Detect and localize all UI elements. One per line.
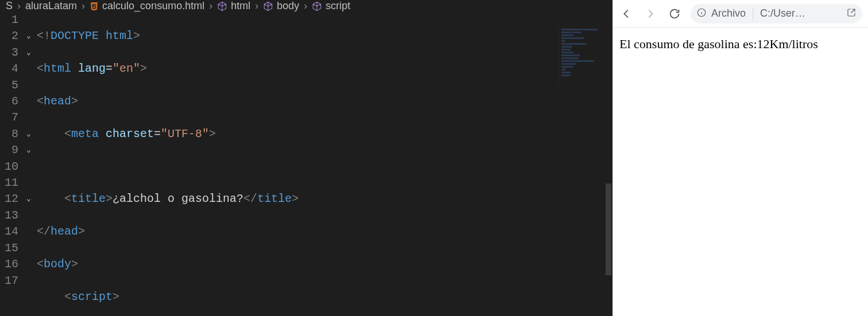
minimap[interactable] [559, 28, 600, 85]
t: html [44, 62, 71, 75]
breadcrumb-sep: › [17, 0, 21, 12]
page-body-text: El consumo de gasolina es:12Km/litros [619, 37, 818, 51]
site-info-icon[interactable] [696, 7, 707, 20]
code-line[interactable]: <head> [34, 93, 613, 110]
symbol-icon [217, 1, 227, 11]
t: "UTF-8" [161, 127, 209, 141]
code-line[interactable]: <script> [34, 289, 613, 305]
line-number-gutter[interactable]: 1 2 3 4 5 6 7 8 9 10 11 12 13 14 15 16 1… [0, 12, 23, 316]
t: < [64, 290, 71, 303]
symbol-icon [312, 1, 322, 11]
code-line[interactable]: <body> [34, 256, 613, 272]
code-area[interactable]: <!DOCTYPE html> <html lang="en"> <head> … [34, 12, 613, 316]
t: "en" [113, 62, 140, 75]
breadcrumb-label: body [277, 0, 299, 12]
line-number: 10 [0, 159, 18, 175]
browser-pane: Archivo C:/User… El consumo de gasolina … [613, 0, 868, 316]
t: > [292, 192, 299, 205]
line-number: 3 [0, 45, 18, 61]
code-line[interactable]: <html lang="en"> [34, 61, 613, 77]
breadcrumb-sep: › [255, 0, 258, 12]
vscode-editor-pane: S › aluraLatam › calculo_consumo.html › … [0, 0, 613, 316]
t: > [140, 62, 147, 75]
t: < [64, 127, 71, 141]
fold-toggle[interactable]: ⌄ [23, 28, 34, 44]
breadcrumb-symbol-script[interactable]: script [312, 0, 350, 12]
fold-toggle[interactable]: ⌄ [23, 126, 34, 142]
breadcrumb-symbol-body[interactable]: body [263, 0, 299, 12]
breadcrumb-label: script [326, 0, 350, 12]
breadcrumb-sep: › [209, 0, 212, 12]
t: DOCTYPE [51, 29, 99, 42]
line-number: 7 [0, 110, 18, 126]
t: > [71, 95, 78, 108]
fold-none [23, 175, 34, 191]
line-number: 14 [0, 224, 18, 240]
fold-gutter[interactable]: ⌄ ⌄ ⌄ ⌄ ⌄ [23, 12, 34, 316]
breadcrumb-root[interactable]: S [6, 0, 13, 12]
nav-back-button[interactable] [618, 6, 634, 22]
address-bar[interactable]: Archivo C:/User… [691, 4, 862, 24]
t: < [37, 62, 44, 75]
t: html [106, 29, 133, 42]
html-file-icon [90, 2, 99, 11]
fold-none [23, 93, 34, 110]
breadcrumb-sep: › [304, 0, 307, 12]
t: > [133, 29, 140, 42]
line-number: 1 [0, 12, 18, 28]
breadcrumb-label: aluraLatam [25, 0, 77, 12]
t: > [78, 225, 85, 238]
fold-none [23, 77, 34, 93]
fold-toggle[interactable]: ⌄ [23, 45, 34, 61]
t: head [44, 95, 71, 108]
t: > [106, 192, 113, 205]
t: meta [71, 127, 99, 141]
t: > [113, 290, 119, 303]
code-line[interactable]: <meta charset="UTF-8"> [34, 126, 613, 142]
t: < [37, 258, 44, 271]
breadcrumb-label: S [6, 0, 13, 12]
code-line[interactable]: <!DOCTYPE html> [34, 28, 613, 44]
address-path: C:/User… [760, 7, 805, 19]
line-number: 5 [0, 77, 18, 93]
fold-none [23, 110, 34, 126]
browser-viewport[interactable]: El consumo de gasolina es:12Km/litros [613, 28, 868, 316]
scrollbar-thumb[interactable] [606, 184, 611, 275]
breadcrumb-file[interactable]: calculo_consumo.html [90, 0, 204, 12]
breadcrumb-folder[interactable]: aluraLatam [25, 0, 77, 12]
line-number: 9 [0, 142, 18, 158]
breadcrumb-sep: › [82, 0, 85, 12]
line-number: 2 [0, 28, 18, 44]
symbol-icon [263, 1, 273, 11]
t: charset [106, 127, 154, 141]
code-line[interactable]: <title>¿alchol o gasolina?</title> [34, 191, 613, 207]
line-number: 13 [0, 208, 18, 224]
line-number: 4 [0, 61, 18, 77]
line-number: 12 [0, 191, 18, 207]
fold-toggle[interactable]: ⌄ [23, 191, 34, 207]
address-divider [753, 8, 753, 19]
t: title [257, 192, 292, 205]
t: ! [44, 29, 51, 42]
line-number: 15 [0, 240, 18, 256]
editor-body[interactable]: 1 2 3 4 5 6 7 8 9 10 11 12 13 14 15 16 1… [0, 12, 613, 316]
fold-toggle[interactable]: ⌄ [23, 142, 34, 158]
t: > [71, 258, 78, 271]
line-number: 17 [0, 273, 18, 289]
breadcrumb-symbol-html[interactable]: html [217, 0, 250, 12]
fold-none [23, 12, 34, 28]
fold-none [23, 159, 34, 175]
share-icon[interactable] [846, 7, 857, 20]
breadcrumb-label: calculo_consumo.html [102, 0, 204, 12]
nav-forward-button[interactable] [642, 6, 658, 22]
reload-button[interactable] [666, 6, 683, 22]
t: = [154, 127, 161, 141]
t: = [106, 62, 113, 75]
t: title [71, 192, 106, 205]
fold-none [23, 256, 34, 272]
code-line[interactable]: </head> [34, 224, 613, 240]
vertical-scrollbar[interactable] [603, 0, 613, 316]
t: > [209, 127, 216, 141]
breadcrumbs[interactable]: S › aluraLatam › calculo_consumo.html › … [0, 0, 613, 12]
code-line[interactable] [34, 159, 613, 175]
